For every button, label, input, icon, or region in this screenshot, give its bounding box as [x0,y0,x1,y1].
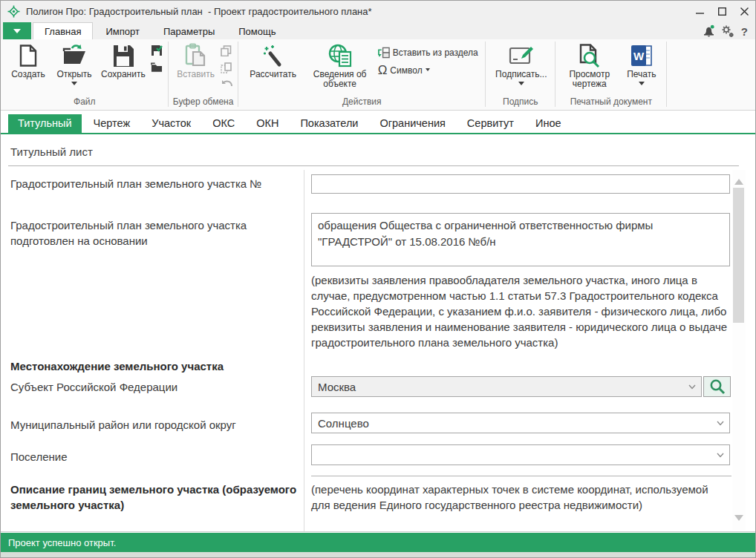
form-column-divider [304,170,304,531]
subject-combobox[interactable]: Москва [311,376,702,397]
open-dropdown-icon [71,82,77,88]
object-info-button[interactable]: Сведения об объекте [304,42,377,90]
svg-text:W: W [633,50,645,62]
minimize-icon [696,7,704,16]
omega-symbol-icon: Ω [378,65,388,76]
app-menu-dropdown-icon [13,29,21,37]
save-as-icon[interactable] [151,45,163,56]
boundaries-top-divider [311,476,731,476]
paste-clipboard-icon [183,43,209,68]
create-button[interactable]: Создать [5,42,51,80]
tab-chertezh[interactable]: Чертеж [84,114,140,133]
settlement-label: Поселение [10,449,302,465]
titlebar: Полигон Про: Градостроительный план - Пр… [1,1,755,22]
document-tabs: Титульный Чертеж Участок ОКС ОКН Показат… [1,114,755,134]
copy-icon[interactable] [221,45,232,56]
status-bar: Проект успешно открыт. [1,533,755,552]
district-value: Солнцево [318,417,369,430]
clipboard-mini-buttons [219,42,235,91]
open-button[interactable]: Открыть [51,42,97,89]
app-logo-icon [7,5,20,18]
save-button[interactable]: Сохранить [97,42,149,80]
group-label-clipboard: Буфер обмена [169,96,238,110]
page-magnifier-icon [577,43,602,68]
scrollbar-thumb[interactable] [733,188,744,323]
basis-label: Градостроительный план земельного участк… [10,217,302,249]
insert-from-section-button[interactable]: Вставить из раздела [378,47,478,59]
group-label-file: Файл [1,96,169,110]
calculate-button[interactable]: Рассчитать [243,42,304,80]
file-mini-buttons [149,42,166,73]
tab-uchastok[interactable]: Участок [142,114,201,133]
tab-oks[interactable]: ОКС [203,114,244,133]
tab-titulnyj[interactable]: Титульный [8,114,82,133]
symbol-label: Символ [390,65,422,76]
sign-dropdown-icon [518,82,524,88]
close-project-folder-icon[interactable] [151,62,163,73]
gpzu-number-label: Градостроительный план земельного участк… [10,176,302,191]
drawing-preview-button[interactable]: Просмотр чертежа [560,42,619,90]
paste-button[interactable]: Вставить [173,42,219,80]
boundaries-label: Описание границ земельного участка (обра… [10,482,302,513]
maximize-button[interactable] [711,1,733,22]
window-title: Полигон Про: Градостроительный план - Пр… [26,6,372,17]
actions-stack: Вставить из раздела Ω Символ [377,42,483,76]
boundaries-hint: (перечень координат характерных точек в … [311,482,727,513]
district-chevron-down-icon [717,421,724,426]
print-button[interactable]: W Печать [619,42,664,89]
basis-hint: (реквизиты заявления правообладателя зем… [311,272,731,350]
close-icon [740,7,749,16]
ribbon: Создать Открыть [1,39,755,111]
app-window: Полигон Про: Градостроительный план - Пр… [0,0,756,558]
tab-okn[interactable]: ОКН [247,114,288,133]
title-sheet-form: Титульный лист Градостроительный план зе… [1,136,755,532]
tab-pokazateli[interactable]: Показатели [290,114,368,133]
ribbon-tab-pomoshch[interactable]: Помощь [227,23,287,39]
ribbon-group-print: Просмотр чертежа W Печать Печатн [555,39,667,110]
undo-icon[interactable] [221,79,232,91]
gpzu-number-input[interactable] [311,174,730,194]
search-magnifier-icon [709,378,726,395]
subject-value: Москва [318,381,356,393]
new-document-icon [16,43,41,68]
menubar-right-icons: ? [702,24,749,38]
ribbon-tab-bar: Главная Импорт Параметры Помощь [1,22,755,39]
scroll-up-arrow-icon[interactable] [734,174,743,185]
ribbon-group-actions: Рассчитать [238,39,486,110]
tab-servitut[interactable]: Сервитут [457,114,524,133]
symbol-dropdown-icon [426,68,430,73]
ribbon-group-signature: Подписать... Подпись [486,39,555,110]
app-menu-button[interactable] [3,22,31,39]
paste-special-icon[interactable] [221,62,232,73]
subject-search-button[interactable] [703,376,731,397]
tab-inoe[interactable]: Иное [526,114,571,133]
basis-textarea[interactable]: обращения Общества с ограниченной ответс… [311,213,730,266]
window-controls [688,1,755,22]
tab-ogranicheniya[interactable]: Ограничения [370,114,454,133]
insert-from-section-label: Вставить из раздела [393,47,478,58]
settings-gears-icon[interactable] [721,25,734,38]
ribbon-group-clipboard: Вставить [169,39,238,110]
window-bottom-strip [1,552,755,557]
notifications-bell-icon[interactable] [702,24,716,38]
scroll-down-arrow-icon[interactable] [734,515,743,525]
ribbon-tab-import[interactable]: Импорт [94,23,150,39]
status-message: Проект успешно открыт. [8,537,116,548]
symbol-button[interactable]: Ω Символ [378,65,478,76]
close-button[interactable] [733,1,755,22]
minimize-button[interactable] [688,1,711,22]
district-combobox[interactable]: Солнцево [311,413,730,433]
group-label-print: Печатный документ [555,96,667,110]
globe-info-icon [328,43,353,68]
form-scrollbar[interactable] [732,170,746,530]
ribbon-tab-glavnaya[interactable]: Главная [33,22,93,39]
subject-chevron-down-icon [688,384,696,390]
form-header-divider [8,165,739,166]
sign-button[interactable]: Подписать... [490,42,553,89]
location-section-header: Местонахождение земельного участка [10,358,302,374]
help-icon[interactable]: ? [740,25,749,38]
subject-label: Субъект Российской Федерации [10,379,302,395]
open-folder-icon [62,43,87,68]
settlement-combobox[interactable] [311,444,730,465]
ribbon-tab-parametry[interactable]: Параметры [152,23,226,39]
